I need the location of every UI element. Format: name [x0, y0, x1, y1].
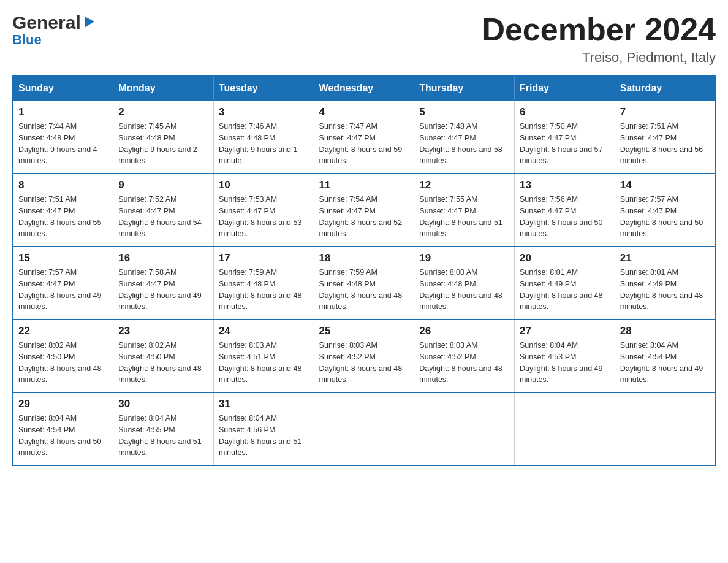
- calendar-week-row: 1Sunrise: 7:44 AMSunset: 4:48 PMDaylight…: [13, 101, 715, 174]
- svg-marker-0: [85, 17, 94, 28]
- page-subtitle: Treiso, Piedmont, Italy: [482, 50, 716, 66]
- day-number: 14: [620, 179, 710, 191]
- day-number: 16: [118, 252, 208, 264]
- day-info: Sunrise: 7:48 AMSunset: 4:47 PMDaylight:…: [419, 121, 509, 167]
- calendar-day-cell: 21Sunrise: 8:01 AMSunset: 4:49 PMDayligh…: [615, 247, 715, 320]
- calendar-day-cell: 13Sunrise: 7:56 AMSunset: 4:47 PMDayligh…: [515, 174, 615, 247]
- day-info: Sunrise: 8:00 AMSunset: 4:48 PMDaylight:…: [419, 267, 509, 313]
- calendar-week-row: 22Sunrise: 8:02 AMSunset: 4:50 PMDayligh…: [13, 320, 715, 393]
- calendar-body: 1Sunrise: 7:44 AMSunset: 4:48 PMDaylight…: [13, 101, 715, 465]
- logo-general-text: General: [12, 12, 81, 33]
- day-number: 17: [219, 252, 309, 264]
- day-info: Sunrise: 7:58 AMSunset: 4:47 PMDaylight:…: [118, 267, 208, 313]
- calendar-header-cell-saturday: Saturday: [615, 76, 715, 101]
- day-info: Sunrise: 8:02 AMSunset: 4:50 PMDaylight:…: [118, 340, 208, 386]
- day-info: Sunrise: 7:46 AMSunset: 4:48 PMDaylight:…: [219, 121, 309, 167]
- calendar-day-cell: 25Sunrise: 8:03 AMSunset: 4:52 PMDayligh…: [314, 320, 414, 393]
- day-info: Sunrise: 7:56 AMSunset: 4:47 PMDaylight:…: [520, 194, 610, 240]
- day-info: Sunrise: 8:02 AMSunset: 4:50 PMDaylight:…: [18, 340, 108, 386]
- day-number: 6: [520, 106, 610, 118]
- calendar-day-cell: 28Sunrise: 8:04 AMSunset: 4:54 PMDayligh…: [615, 320, 715, 393]
- day-number: 20: [520, 252, 610, 264]
- calendar-day-cell: 8Sunrise: 7:51 AMSunset: 4:47 PMDaylight…: [13, 174, 113, 247]
- calendar-day-cell: 18Sunrise: 7:59 AMSunset: 4:48 PMDayligh…: [314, 247, 414, 320]
- calendar-header-cell-friday: Friday: [515, 76, 615, 101]
- calendar-week-row: 29Sunrise: 8:04 AMSunset: 4:54 PMDayligh…: [13, 393, 715, 465]
- logo-blue-text: Blue: [12, 32, 42, 48]
- day-info: Sunrise: 7:57 AMSunset: 4:47 PMDaylight:…: [18, 267, 108, 313]
- logo-arrow-icon: [82, 15, 96, 29]
- calendar-day-cell: 24Sunrise: 8:03 AMSunset: 4:51 PMDayligh…: [213, 320, 314, 393]
- day-info: Sunrise: 8:03 AMSunset: 4:52 PMDaylight:…: [419, 340, 509, 386]
- day-info: Sunrise: 7:53 AMSunset: 4:47 PMDaylight:…: [219, 194, 309, 240]
- day-number: 27: [520, 325, 610, 337]
- day-number: 12: [419, 179, 509, 191]
- calendar-day-cell: 12Sunrise: 7:55 AMSunset: 4:47 PMDayligh…: [414, 174, 515, 247]
- page-header: General Blue December 2024 Treiso, Piedm…: [12, 12, 716, 66]
- day-info: Sunrise: 8:03 AMSunset: 4:52 PMDaylight:…: [319, 340, 409, 386]
- day-info: Sunrise: 7:59 AMSunset: 4:48 PMDaylight:…: [219, 267, 309, 313]
- calendar-day-cell: 10Sunrise: 7:53 AMSunset: 4:47 PMDayligh…: [213, 174, 314, 247]
- calendar-day-cell: 22Sunrise: 8:02 AMSunset: 4:50 PMDayligh…: [13, 320, 113, 393]
- day-number: 13: [520, 179, 610, 191]
- calendar-day-cell: 3Sunrise: 7:46 AMSunset: 4:48 PMDaylight…: [213, 101, 314, 174]
- day-number: 18: [319, 252, 409, 264]
- calendar-day-cell: 2Sunrise: 7:45 AMSunset: 4:48 PMDaylight…: [113, 101, 214, 174]
- day-number: 8: [18, 179, 108, 191]
- calendar-day-cell: 4Sunrise: 7:47 AMSunset: 4:47 PMDaylight…: [314, 101, 414, 174]
- calendar-header-row: SundayMondayTuesdayWednesdayThursdayFrid…: [13, 76, 715, 101]
- day-info: Sunrise: 7:47 AMSunset: 4:47 PMDaylight:…: [319, 121, 409, 167]
- calendar-table: SundayMondayTuesdayWednesdayThursdayFrid…: [12, 75, 716, 466]
- day-number: 4: [319, 106, 409, 118]
- calendar-week-row: 8Sunrise: 7:51 AMSunset: 4:47 PMDaylight…: [13, 174, 715, 247]
- calendar-day-cell: 19Sunrise: 8:00 AMSunset: 4:48 PMDayligh…: [414, 247, 515, 320]
- calendar-day-cell: 17Sunrise: 7:59 AMSunset: 4:48 PMDayligh…: [213, 247, 314, 320]
- calendar-day-cell: 7Sunrise: 7:51 AMSunset: 4:47 PMDaylight…: [615, 101, 715, 174]
- calendar-day-cell: 16Sunrise: 7:58 AMSunset: 4:47 PMDayligh…: [113, 247, 214, 320]
- day-info: Sunrise: 8:03 AMSunset: 4:51 PMDaylight:…: [219, 340, 309, 386]
- day-number: 11: [319, 179, 409, 191]
- day-number: 21: [620, 252, 710, 264]
- day-number: 31: [219, 398, 309, 410]
- calendar-header-cell-tuesday: Tuesday: [213, 76, 314, 101]
- day-number: 3: [219, 106, 309, 118]
- day-info: Sunrise: 7:52 AMSunset: 4:47 PMDaylight:…: [118, 194, 208, 240]
- calendar-day-cell: [515, 393, 615, 465]
- calendar-day-cell: 5Sunrise: 7:48 AMSunset: 4:47 PMDaylight…: [414, 101, 515, 174]
- calendar-header-cell-wednesday: Wednesday: [314, 76, 414, 101]
- day-number: 5: [419, 106, 509, 118]
- title-block: December 2024 Treiso, Piedmont, Italy: [482, 12, 716, 66]
- day-number: 2: [118, 106, 208, 118]
- calendar-day-cell: 23Sunrise: 8:02 AMSunset: 4:50 PMDayligh…: [113, 320, 214, 393]
- logo: General Blue: [12, 12, 96, 48]
- day-number: 9: [118, 179, 208, 191]
- calendar-day-cell: 27Sunrise: 8:04 AMSunset: 4:53 PMDayligh…: [515, 320, 615, 393]
- calendar-day-cell: 6Sunrise: 7:50 AMSunset: 4:47 PMDaylight…: [515, 101, 615, 174]
- calendar-day-cell: 15Sunrise: 7:57 AMSunset: 4:47 PMDayligh…: [13, 247, 113, 320]
- day-number: 24: [219, 325, 309, 337]
- day-info: Sunrise: 7:51 AMSunset: 4:47 PMDaylight:…: [18, 194, 108, 240]
- calendar-day-cell: [414, 393, 515, 465]
- day-info: Sunrise: 8:04 AMSunset: 4:55 PMDaylight:…: [118, 413, 208, 459]
- calendar-day-cell: 14Sunrise: 7:57 AMSunset: 4:47 PMDayligh…: [615, 174, 715, 247]
- day-number: 22: [18, 325, 108, 337]
- day-number: 29: [18, 398, 108, 410]
- day-number: 7: [620, 106, 710, 118]
- day-info: Sunrise: 7:50 AMSunset: 4:47 PMDaylight:…: [520, 121, 610, 167]
- day-number: 28: [620, 325, 710, 337]
- day-number: 25: [319, 325, 409, 337]
- day-info: Sunrise: 7:51 AMSunset: 4:47 PMDaylight:…: [620, 121, 710, 167]
- day-number: 26: [419, 325, 509, 337]
- calendar-day-cell: 31Sunrise: 8:04 AMSunset: 4:56 PMDayligh…: [213, 393, 314, 465]
- day-info: Sunrise: 7:54 AMSunset: 4:47 PMDaylight:…: [319, 194, 409, 240]
- calendar-header: SundayMondayTuesdayWednesdayThursdayFrid…: [13, 76, 715, 101]
- day-number: 10: [219, 179, 309, 191]
- day-info: Sunrise: 8:04 AMSunset: 4:54 PMDaylight:…: [620, 340, 710, 386]
- day-info: Sunrise: 8:04 AMSunset: 4:56 PMDaylight:…: [219, 413, 309, 459]
- day-info: Sunrise: 7:55 AMSunset: 4:47 PMDaylight:…: [419, 194, 509, 240]
- calendar-day-cell: 26Sunrise: 8:03 AMSunset: 4:52 PMDayligh…: [414, 320, 515, 393]
- calendar-header-cell-thursday: Thursday: [414, 76, 515, 101]
- day-info: Sunrise: 8:04 AMSunset: 4:54 PMDaylight:…: [18, 413, 108, 459]
- day-info: Sunrise: 7:44 AMSunset: 4:48 PMDaylight:…: [18, 121, 108, 167]
- day-info: Sunrise: 8:04 AMSunset: 4:53 PMDaylight:…: [520, 340, 610, 386]
